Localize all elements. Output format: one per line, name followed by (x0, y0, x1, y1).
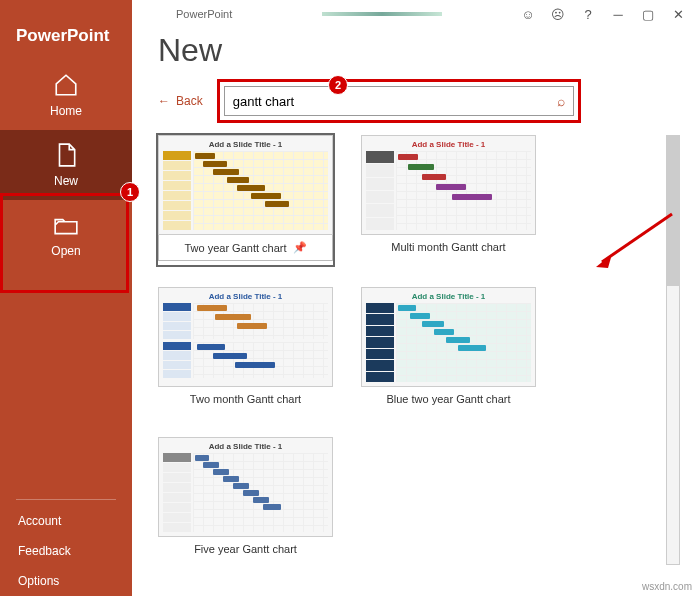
folder-open-icon (53, 212, 79, 238)
template-label: Five year Gantt chart (194, 543, 297, 555)
help-icon[interactable]: ? (574, 3, 602, 25)
template-thumbnail: Add a Slide Title - 1 (361, 287, 536, 387)
sidebar-link-account[interactable]: Account (0, 506, 132, 536)
sidebar-link-feedback[interactable]: Feedback (0, 536, 132, 566)
home-icon (53, 72, 79, 98)
sidebar-item-label: New (54, 174, 78, 188)
template-thumbnail: Add a Slide Title - 1 (158, 287, 333, 387)
maximize-button[interactable]: ▢ (634, 3, 662, 25)
sidebar-item-new[interactable]: New (0, 130, 132, 200)
arrow-left-icon: ← (158, 94, 170, 108)
titlebar: PowerPoint ☺ ☹ ? ─ ▢ ✕ (132, 0, 700, 28)
sidebar-app-title: PowerPoint (0, 20, 132, 60)
back-label: Back (176, 94, 203, 108)
sidebar: PowerPoint Home New Open Account Feedbac… (0, 0, 132, 596)
templates-grid: Add a Slide Title - 1 Two year Gantt cha… (158, 135, 588, 565)
template-thumbnail: Add a Slide Title - 1 (158, 135, 333, 235)
template-thumbnail: Add a Slide Title - 1 (158, 437, 333, 537)
template-thumbnail: Add a Slide Title - 1 (361, 135, 536, 235)
minimize-button[interactable]: ─ (604, 3, 632, 25)
page-title: New (158, 32, 680, 69)
titlebar-title: PowerPoint (176, 8, 232, 20)
watermark: wsxdn.com (642, 581, 692, 592)
new-file-icon (53, 142, 79, 168)
search-icon[interactable]: ⌕ (557, 93, 565, 109)
template-card[interactable]: Add a Slide Title - 1 Multi month Gantt … (361, 135, 536, 265)
annotation-callout-2: 2 (328, 75, 348, 95)
template-label: Blue two year Gantt chart (386, 393, 510, 405)
scrollbar[interactable] (666, 135, 680, 565)
template-label: Two month Gantt chart (190, 393, 301, 405)
sidebar-item-home[interactable]: Home (0, 60, 132, 130)
search-highlight: ⌕ (217, 79, 581, 123)
template-card[interactable]: Add a Slide Title - 1 Five year Gantt ch… (158, 437, 333, 565)
sidebar-item-label: Open (51, 244, 80, 258)
face-happy-icon[interactable]: ☺ (514, 3, 542, 25)
template-card[interactable]: Add a Slide Title - 1 Blue two year Gant… (361, 287, 536, 415)
sidebar-item-open[interactable]: Open (0, 200, 132, 270)
face-sad-icon[interactable]: ☹ (544, 3, 572, 25)
sidebar-item-label: Home (50, 104, 82, 118)
titlebar-accent (322, 12, 442, 16)
template-card[interactable]: Add a Slide Title - 1 Two month Gantt ch… (158, 287, 333, 415)
back-button[interactable]: ← Back (158, 94, 203, 108)
close-button[interactable]: ✕ (664, 3, 692, 25)
template-card[interactable]: Add a Slide Title - 1 Two year Gantt cha… (158, 135, 333, 265)
template-label: Multi month Gantt chart (391, 241, 505, 253)
pin-icon[interactable]: 📌 (293, 241, 307, 254)
template-label: Two year Gantt chart (184, 242, 286, 254)
annotation-callout-1: 1 (120, 182, 140, 202)
search-input[interactable] (233, 94, 557, 109)
sidebar-link-options[interactable]: Options (0, 566, 132, 596)
main-area: PowerPoint ☺ ☹ ? ─ ▢ ✕ New ← Back (132, 0, 700, 596)
scrollbar-thumb[interactable] (667, 136, 679, 286)
